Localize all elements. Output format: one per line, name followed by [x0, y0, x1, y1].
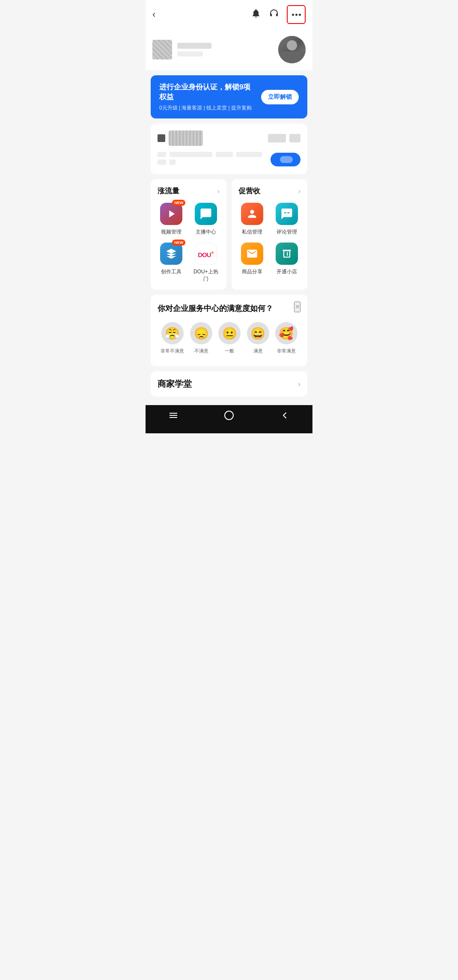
- new-badge-video: NEW: [172, 200, 185, 206]
- info-bottom-text: [158, 152, 271, 167]
- info-card-tags: [268, 134, 300, 142]
- dou-text-logo: DOU+: [198, 249, 214, 258]
- emoji-unsatisfied-face: 😞: [190, 322, 212, 344]
- emoji-neutral-face: 😐: [218, 322, 241, 344]
- action-button-blue[interactable]: [271, 153, 300, 166]
- create-tools-label: 创作工具: [161, 268, 181, 275]
- satisfaction-survey-card: × 你对企业服务中心的满意度如何？ 😤 非常不满意 😞 不满意 😐 一般 😄 满…: [151, 295, 307, 366]
- emoji-rating-row: 😤 非常不满意 😞 不满意 😐 一般 😄 满意 🥰 非常满意: [158, 322, 300, 354]
- action-btn-inner-blur: [280, 156, 293, 163]
- private-message-label: 私信管理: [242, 228, 262, 236]
- store-icon-small: [158, 134, 165, 142]
- unlock-button[interactable]: 立即解锁: [261, 90, 299, 104]
- info-extra-blur-1: [216, 152, 233, 157]
- rating-satisfied-label: 满意: [253, 348, 263, 354]
- rating-very-unsatisfied[interactable]: 😤 非常不满意: [161, 322, 184, 354]
- rating-very-unsatisfied-label: 非常不满意: [161, 348, 184, 354]
- dou-plus-item[interactable]: DOU+ DOU+上热门: [192, 243, 220, 283]
- bottom-menu-icon[interactable]: [168, 410, 178, 423]
- private-message-item[interactable]: 私信管理: [238, 203, 266, 236]
- back-button[interactable]: ‹: [152, 9, 155, 20]
- emoji-very-unsatisfied-face: 😤: [161, 322, 184, 344]
- info-card-top: [158, 130, 300, 146]
- banner-title: 进行企业身份认证，解锁9项权益: [159, 82, 256, 102]
- dou-plus-icon: DOU+: [195, 243, 217, 265]
- video-management-label: 视频管理: [161, 228, 181, 236]
- private-message-icon: [241, 203, 263, 225]
- profile-area: [146, 29, 312, 70]
- video-management-icon: NEW: [160, 203, 182, 225]
- comment-management-icon: [276, 203, 298, 225]
- profile-thumbnail: [152, 40, 172, 59]
- notification-icon[interactable]: [251, 8, 261, 21]
- increase-traffic-card: 涨流量 › NEW 视频管理: [151, 179, 226, 290]
- open-shop-item[interactable]: 开通小店: [273, 243, 301, 275]
- open-shop-label: 开通小店: [277, 268, 297, 275]
- info-row-2: [158, 160, 271, 165]
- emoji-satisfied-face: 😄: [247, 322, 269, 344]
- bottom-home-icon[interactable]: [224, 410, 234, 423]
- headset-icon[interactable]: [269, 8, 279, 21]
- survey-title: 你对企业服务中心的满意度如何？: [158, 303, 300, 314]
- promote-sales-icons: 私信管理 评论管理 商品分享: [238, 203, 300, 275]
- comment-management-item[interactable]: 评论管理: [273, 203, 301, 236]
- increase-traffic-chevron[interactable]: ›: [217, 188, 220, 195]
- rating-unsatisfied-label: 不满意: [194, 348, 208, 354]
- info-card-bottom: [158, 152, 300, 167]
- product-share-item[interactable]: 商品分享: [238, 243, 266, 275]
- increase-traffic-icons: NEW 视频管理 主播中心: [158, 203, 220, 283]
- profile-name-blurred: [177, 43, 211, 49]
- banner-subtitle: 0元升级 | 海量客源 | 线上卖货 | 提升复购: [159, 104, 256, 112]
- info-card-logo-area: [158, 130, 203, 146]
- info-row-1: [158, 152, 271, 157]
- anchor-center-item[interactable]: 主播中心: [192, 203, 220, 236]
- rating-satisfied[interactable]: 😄 满意: [247, 322, 269, 354]
- info-card: [151, 124, 307, 174]
- more-menu-button[interactable]: [287, 5, 306, 24]
- svg-point-0: [225, 411, 233, 420]
- open-shop-icon: [276, 243, 298, 265]
- promote-sales-title: 促营收: [238, 186, 260, 196]
- nav-left: ‹: [152, 9, 155, 20]
- rating-neutral[interactable]: 😐 一般: [218, 322, 241, 354]
- store-logo-blurred: [169, 130, 203, 146]
- promote-sales-header: 促营收 ›: [238, 186, 300, 196]
- increase-traffic-header: 涨流量 ›: [158, 186, 220, 196]
- identity-verification-banner: 进行企业身份认证，解锁9项权益 0元升级 | 海量客源 | 线上卖货 | 提升复…: [151, 75, 307, 118]
- rating-very-satisfied-label: 非常满意: [277, 348, 296, 354]
- banner-text-content: 进行企业身份认证，解锁9项权益 0元升级 | 海量客源 | 线上卖货 | 提升复…: [159, 82, 256, 112]
- merchant-academy-title: 商家学堂: [158, 378, 192, 390]
- emoji-very-satisfied-face: 🥰: [275, 322, 297, 344]
- rating-unsatisfied[interactable]: 😞 不满意: [190, 322, 212, 354]
- survey-close-button[interactable]: ×: [294, 302, 300, 312]
- more-dots-icon: [292, 14, 301, 16]
- rating-neutral-label: 一般: [225, 348, 234, 354]
- create-tools-icon: NEW: [160, 243, 182, 265]
- profile-info: [152, 40, 211, 59]
- top-navigation: ‹: [146, 0, 312, 29]
- anchor-center-label: 主播中心: [196, 228, 216, 236]
- profile-sub-blurred: [177, 51, 203, 56]
- create-tools-item[interactable]: NEW 创作工具: [158, 243, 185, 283]
- merchant-academy-section: 商家学堂 ›: [151, 371, 307, 397]
- tag-blurred-2: [289, 134, 300, 142]
- nav-right: [251, 5, 306, 24]
- info-value-blur-2: [170, 160, 175, 165]
- profile-avatar[interactable]: [278, 36, 306, 63]
- dou-plus-label: DOU+上热门: [192, 268, 220, 283]
- rating-very-satisfied[interactable]: 🥰 非常满意: [275, 322, 297, 354]
- info-value-blur-1: [170, 152, 212, 157]
- bottom-back-icon[interactable]: [280, 410, 290, 423]
- video-management-item[interactable]: NEW 视频管理: [158, 203, 185, 236]
- avatar-image: [278, 36, 306, 63]
- new-badge-create: NEW: [172, 240, 185, 246]
- info-extra-blur-2: [236, 152, 262, 157]
- promote-sales-chevron[interactable]: ›: [298, 188, 300, 195]
- comment-management-label: 评论管理: [277, 228, 297, 236]
- increase-traffic-title: 涨流量: [158, 186, 179, 196]
- info-label-blur-1: [158, 152, 166, 157]
- product-share-label: 商品分享: [242, 268, 262, 275]
- anchor-center-icon: [195, 203, 217, 225]
- tag-blurred-1: [268, 134, 286, 142]
- merchant-academy-chevron[interactable]: ›: [298, 380, 300, 388]
